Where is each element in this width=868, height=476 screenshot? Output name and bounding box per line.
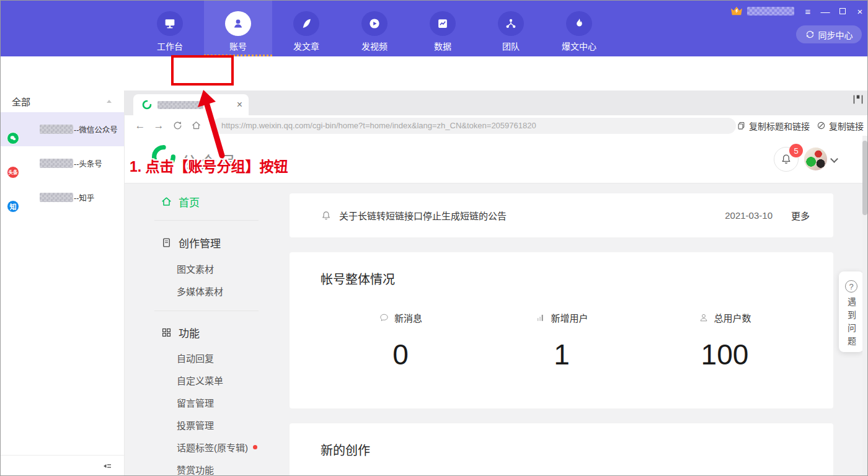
menu-item-image-text-material[interactable]: 图文素材 [177,262,214,275]
account-name: --头条号 [40,157,102,169]
sync-icon [805,30,815,39]
sync-center-label: 同步中心 [818,29,853,41]
nav-tab-data[interactable]: 数据 [409,1,477,56]
menu-item-topic-tags[interactable]: 话题标签(原专辑) [177,441,257,454]
nav-label: 团队 [502,40,520,52]
wechat-header: 公众号 5 [125,136,868,183]
refresh-icon[interactable] [168,120,187,131]
account-row-toutiao[interactable]: 头条 --头条号 [1,146,124,180]
blurred-account-name [40,125,73,134]
page-scrollbar-track[interactable] [862,136,867,476]
wechat-mp-logo-icon [151,144,176,172]
document-icon [161,237,172,249]
account-list-sidebar: 全部 --微信公众号 头条 --头条号 知 --知乎 [1,90,125,476]
sidebar-footer [1,455,124,476]
link-icon [817,121,826,130]
avatar: 头条 [9,151,35,177]
stat-label: 新消息 [394,311,422,324]
bell-icon [321,210,332,221]
workbench-icon [157,11,183,36]
zhihu-badge: 知 [7,200,19,213]
browser-tab-strip: × [125,90,868,115]
wechat-mp-page: 公众号 5 首页 创作管理 图文素材 多媒体素材 功能 自动回复 自定义菜单 留… [125,136,868,476]
collapse-sidebar-icon[interactable] [102,461,113,471]
nav-label: 发文章 [293,40,319,52]
page-scrollbar-thumb[interactable] [862,141,867,215]
nav-tab-team[interactable]: 团队 [477,1,545,56]
help-float-button[interactable]: ? 遇到问题 [839,271,864,352]
nav-label: 工作台 [157,40,183,52]
menu-item-auto-reply[interactable]: 自动回复 [177,351,214,364]
account-name: --微信公众号 [40,123,118,135]
nav-tab-publish-article[interactable]: 发文章 [272,1,340,56]
announcement-text: 关于长链转短链接口停止生成短链的公告 [339,209,507,222]
new-creation-title: 新的创作 [321,441,370,459]
nav-tab-publish-video[interactable]: 发视频 [340,1,409,56]
question-mark-icon: ? [845,280,857,293]
tab-close-icon[interactable]: × [237,100,242,110]
back-icon[interactable]: ← [131,120,149,132]
announcement-more-link[interactable]: 更多 [791,209,810,222]
stat-new-messages: 新消息 0 [379,311,422,371]
account-name: --知乎 [40,192,94,203]
publish-article-icon [293,11,319,36]
top-nav-bar: 工作台 账号 发文章 发视频 [1,1,868,56]
account-row-wechat[interactable]: --微信公众号 [1,112,124,146]
menu-item-custom-menu[interactable]: 自定义菜单 [177,374,223,387]
menu-item-features[interactable]: 功能 [161,325,200,340]
toutiao-badge: 头条 [7,166,19,178]
sync-center-button[interactable]: 同步中心 [796,25,862,43]
close-button[interactable]: × [851,4,868,18]
menu-item-message-management[interactable]: 留言管理 [177,396,214,409]
maximize-icon [839,8,846,14]
browser-tab[interactable]: × [133,94,249,115]
browser-toolbar: ← → https://mp.weixin.qq.com/cgi-bin/hom… [125,115,868,136]
grid-icon [161,327,172,338]
nav-tab-workbench[interactable]: 工作台 [136,1,204,56]
overview-title: 帐号整体情况 [321,270,395,288]
app-menu-button[interactable]: ≡ [799,4,817,18]
minimize-button[interactable]: — [817,4,834,18]
wechat-account-avatar[interactable] [804,148,827,170]
copy-link-button[interactable]: 复制链接 [829,120,864,132]
menu-item-creation-management[interactable]: 创作管理 [161,235,221,250]
account-toolbar: 添加账号 同步账号 我的账号 账号分组 一键重新登录 全部平台 [1,56,868,90]
menu-item-multimedia-material[interactable]: 多媒体素材 [177,284,223,298]
stat-label: 总用户数 [714,311,751,324]
panel-toggle-icon[interactable] [851,93,865,108]
vip-crown-icon [730,5,743,19]
announcement-card[interactable]: 关于长链转短链接口停止生成短链的公告 2021-03-10 更多 [290,193,833,237]
nav-tab-account[interactable]: 账号 [204,1,272,56]
maximize-button[interactable] [834,4,851,18]
chevron-down-icon[interactable] [830,155,838,163]
nav-label: 爆文中心 [562,40,596,52]
wechat-favicon [142,100,152,110]
bar-chart-icon [535,312,546,323]
account-row-zhihu[interactable]: 知 --知乎 [1,180,124,214]
copy-icon [737,121,746,130]
avatar [9,117,35,143]
person-icon [698,312,709,323]
nav-label: 数据 [434,40,451,52]
notification-bell-button[interactable]: 5 [774,147,799,172]
menu-item-home[interactable]: 首页 [161,194,200,209]
stat-label: 新增用户 [551,311,588,324]
forward-icon[interactable]: → [149,120,168,132]
account-group-header[interactable]: 全部 [1,90,124,112]
blurred-account-name [40,159,73,168]
chat-bubble-icon [379,312,389,323]
nav-label: 账号 [229,40,247,52]
copy-actions: 复制标题和链接 复制链接 [737,120,868,132]
blurred-account-name [40,193,73,202]
notification-count-badge: 5 [789,144,803,157]
copy-title-link-button[interactable]: 复制标题和链接 [749,120,810,132]
nav-label: 发视频 [361,40,388,52]
menu-item-vote-management[interactable]: 投票管理 [177,418,214,431]
nav-tab-hot-center[interactable]: 爆文中心 [545,1,613,56]
menu-divider [154,220,259,221]
menu-item-reward-feature[interactable]: 赞赏功能 [177,463,214,476]
url-bar[interactable]: https://mp.weixin.qq.com/cgi-bin/home?t=… [213,118,736,134]
collapse-caret-icon [107,100,112,103]
data-icon [430,11,456,36]
home-icon[interactable] [187,120,205,131]
